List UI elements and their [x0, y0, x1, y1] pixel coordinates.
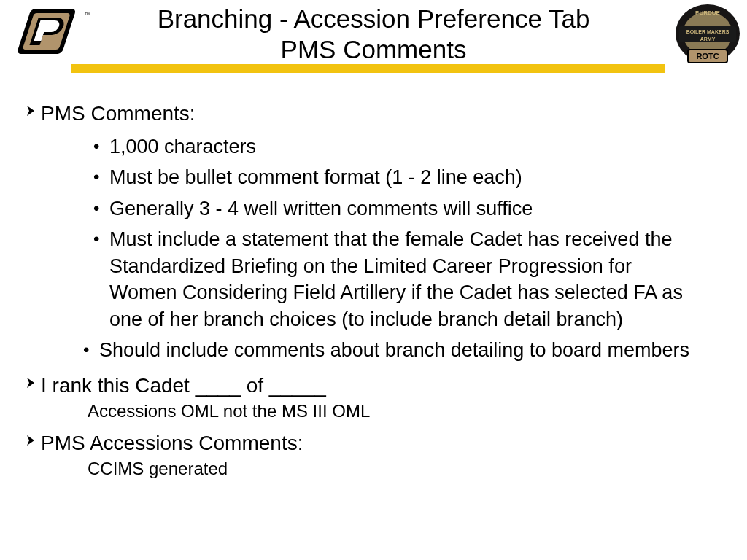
bullet-text: Generally 3 - 4 well written comments wi…	[109, 195, 725, 222]
chevron-right-icon	[22, 377, 41, 389]
outer-bullet-pms-accessions: PMS Accessions Comments:	[22, 430, 725, 456]
svg-text:ARMY: ARMY	[700, 36, 716, 42]
slide-header: ™ Branching - Accession Preference Tab P…	[0, 0, 747, 80]
svg-text:PURDUE: PURDUE	[695, 9, 720, 16]
section3-note: CCIMS generated	[88, 459, 725, 480]
bullet-dot-icon: •	[93, 226, 109, 252]
list-item: • 1,000 characters	[93, 133, 725, 160]
bullet-text: Must be bullet comment format (1 - 2 lin…	[109, 164, 725, 190]
slide-title-line1: Branching - Accession Preference Tab	[0, 4, 747, 34]
section2-heading: I rank this Cadet ____ of _____	[41, 373, 725, 398]
list-item: • Should include comments about branch d…	[83, 337, 725, 363]
outer-bullet-rank-cadet: I rank this Cadet ____ of _____	[22, 373, 725, 398]
bullet-text: Should include comments about branch det…	[99, 337, 725, 363]
rotc-badge-icon: BOILER MAKERS ARMY ROTC PURDUE	[673, 1, 743, 74]
bullet-text: 1,000 characters	[109, 133, 725, 160]
chevron-right-icon	[22, 105, 41, 117]
list-item: • Must include a statement that the fema…	[93, 226, 725, 332]
section2-note: Accessions OML not the MS III OML	[88, 401, 725, 422]
svg-text:ROTC: ROTC	[696, 52, 719, 61]
rotc-badge-logo: BOILER MAKERS ARMY ROTC PURDUE	[673, 1, 743, 74]
chevron-right-icon	[22, 435, 41, 446]
svg-text:BOILER MAKERS: BOILER MAKERS	[686, 29, 729, 34]
bullet-dot-icon: •	[93, 164, 109, 190]
bullet-text: Must include a statement that the female…	[109, 226, 725, 332]
section3-heading: PMS Accessions Comments:	[41, 430, 725, 456]
bullet-dot-icon: •	[83, 337, 99, 363]
bullet-dot-icon: •	[93, 133, 109, 160]
bullet-dot-icon: •	[93, 195, 109, 222]
slide-content: PMS Comments: • 1,000 characters • Must …	[0, 101, 747, 480]
list-item: • Generally 3 - 4 well written comments …	[93, 195, 725, 222]
outer-bullet-pms-comments: PMS Comments:	[22, 101, 725, 126]
list-item: • Must be bullet comment format (1 - 2 l…	[93, 164, 725, 190]
section1-sublist: • 1,000 characters • Must be bullet comm…	[93, 133, 725, 364]
gold-divider-bar	[71, 64, 665, 73]
section1-heading: PMS Comments:	[41, 101, 725, 126]
slide-title-line2: PMS Comments	[0, 35, 747, 64]
title-block: Branching - Accession Preference Tab PMS…	[0, 4, 747, 65]
